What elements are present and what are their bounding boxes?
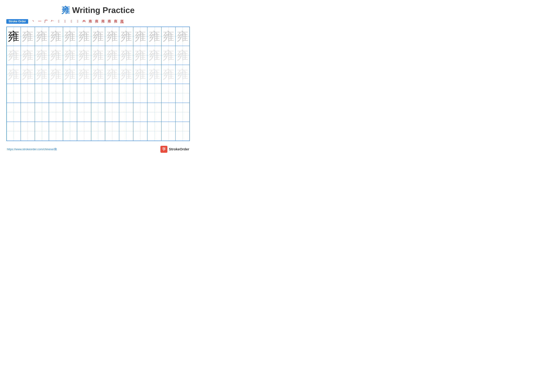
logo-text: StrokeOrder — [169, 147, 189, 151]
grid-cell-r1c12[interactable]: 雍 — [161, 27, 175, 46]
grid-cell-r4c8[interactable] — [105, 84, 119, 103]
char-r2c11: 雍 — [149, 50, 160, 61]
grid-cell-r6c4[interactable] — [49, 122, 63, 141]
grid-cell-r3c12[interactable]: 雍 — [161, 65, 175, 84]
grid-cell-r3c3[interactable]: 雍 — [35, 65, 49, 84]
grid-cell-r1c7[interactable]: 雍 — [91, 27, 105, 46]
char-r3c12: 雍 — [163, 69, 174, 80]
grid-cell-r4c12[interactable] — [161, 84, 175, 103]
char-r2c12: 雍 — [163, 50, 174, 61]
grid-cell-r3c13[interactable]: 雍 — [175, 65, 190, 84]
grid-cell-r5c13[interactable] — [175, 103, 190, 122]
grid-cell-r3c11[interactable]: 雍 — [147, 65, 161, 84]
grid-cell-r4c5[interactable] — [63, 84, 77, 103]
grid-cell-r5c1[interactable] — [7, 103, 21, 122]
grid-cell-r6c8[interactable] — [105, 122, 119, 141]
grid-cell-r5c10[interactable] — [133, 103, 147, 122]
grid-cell-r1c1[interactable]: 雍 — [7, 27, 21, 46]
grid-cell-r4c4[interactable] — [49, 84, 63, 103]
grid-cell-r2c9[interactable]: 雍 — [119, 46, 133, 65]
grid-cell-r1c5[interactable]: 雍 — [63, 27, 77, 46]
grid-cell-r6c5[interactable] — [63, 122, 77, 141]
grid-cell-r1c3[interactable]: 雍 — [35, 27, 49, 46]
grid-cell-r1c9[interactable]: 雍 — [119, 27, 133, 46]
char-r3c8: 雍 — [106, 69, 118, 80]
grid-cell-r4c1[interactable] — [7, 84, 21, 103]
grid-cell-r5c8[interactable] — [105, 103, 119, 122]
grid-cell-r4c11[interactable] — [147, 84, 161, 103]
grid-cell-r5c5[interactable] — [63, 103, 77, 122]
grid-cell-r1c10[interactable]: 雍 — [133, 27, 147, 46]
grid-cell-r2c11[interactable]: 雍 — [147, 46, 161, 65]
grid-cell-r3c8[interactable]: 雍 — [105, 65, 119, 84]
grid-cell-r4c2[interactable] — [21, 84, 35, 103]
stroke-step-9: 𡗗 — [81, 19, 87, 23]
grid-cell-r3c1[interactable]: 雍 — [7, 65, 21, 84]
char-r1c11: 雍 — [149, 31, 160, 42]
grid-cell-r6c7[interactable] — [91, 122, 105, 141]
grid-cell-r3c10[interactable]: 雍 — [133, 65, 147, 84]
logo-icon-char: 字 — [162, 147, 166, 152]
grid-cell-r1c8[interactable]: 雍 — [105, 27, 119, 46]
grid-cell-r6c3[interactable] — [35, 122, 49, 141]
grid-cell-r4c13[interactable] — [175, 84, 190, 103]
practice-grid: 雍 雍 雍 雍 雍 雍 雍 雍 雍 雍 雍 雍 雍 雍 雍 雍 雍 雍 雍 雍 … — [6, 27, 190, 141]
grid-cell-r5c12[interactable] — [161, 103, 175, 122]
stroke-step-8: 𠃢 — [75, 19, 81, 23]
grid-cell-r3c9[interactable]: 雍 — [119, 65, 133, 84]
grid-cell-r6c6[interactable] — [77, 122, 91, 141]
grid-cell-r6c11[interactable] — [147, 122, 161, 141]
grid-cell-r3c7[interactable]: 雍 — [91, 65, 105, 84]
grid-cell-r5c3[interactable] — [35, 103, 49, 122]
grid-cell-r6c1[interactable] — [7, 122, 21, 141]
grid-cell-r3c2[interactable]: 雍 — [21, 65, 35, 84]
grid-cell-r2c12[interactable]: 雍 — [161, 46, 175, 65]
grid-cell-r6c10[interactable] — [133, 122, 147, 141]
grid-cell-r6c13[interactable] — [175, 122, 190, 141]
grid-cell-r1c6[interactable]: 雍 — [77, 27, 91, 46]
char-r3c3: 雍 — [36, 69, 47, 80]
grid-cell-r5c11[interactable] — [147, 103, 161, 122]
grid-cell-r5c9[interactable] — [119, 103, 133, 122]
grid-cell-r5c7[interactable] — [91, 103, 105, 122]
grid-cell-r5c6[interactable] — [77, 103, 91, 122]
char-r1c13: 雍 — [177, 31, 188, 42]
grid-cell-r2c10[interactable]: 雍 — [133, 46, 147, 65]
grid-cell-r5c4[interactable] — [49, 103, 63, 122]
grid-cell-r1c4[interactable]: 雍 — [49, 27, 63, 46]
grid-cell-r4c6[interactable] — [77, 84, 91, 103]
grid-cell-r5c2[interactable] — [21, 103, 35, 122]
grid-cell-r2c6[interactable]: 雍 — [77, 46, 91, 65]
grid-cell-r2c1[interactable]: 雍 — [7, 46, 21, 65]
grid-cell-r2c2[interactable]: 雍 — [21, 46, 35, 65]
stroke-step-3: 广 — [43, 19, 49, 24]
grid-cell-r4c10[interactable] — [133, 84, 147, 103]
grid-cell-r1c13[interactable]: 雍 — [175, 27, 190, 46]
char-r1c12: 雍 — [163, 31, 174, 42]
grid-cell-r2c13[interactable]: 雍 — [175, 46, 190, 65]
footer-url[interactable]: https://www.strokeorder.com/chinese/雍 — [7, 147, 57, 151]
grid-cell-r3c6[interactable]: 雍 — [77, 65, 91, 84]
grid-cell-r1c2[interactable]: 雍 — [21, 27, 35, 46]
stroke-step-1: 丶 — [30, 19, 37, 24]
grid-cell-r4c7[interactable] — [91, 84, 105, 103]
char-r3c6: 雍 — [78, 69, 90, 80]
grid-cell-r3c5[interactable]: 雍 — [63, 65, 77, 84]
stroke-step-10: 雍 — [87, 19, 93, 24]
grid-cell-r2c4[interactable]: 雍 — [49, 46, 63, 65]
stroke-steps: 丶 一 广 𠂉 𠃟 𠃠 𠃡 𠃢 𡗗 雍 雍 雍 雍 雍 雍 — [30, 19, 125, 24]
logo-icon: 字 — [161, 146, 167, 153]
grid-cell-r2c5[interactable]: 雍 — [63, 46, 77, 65]
grid-cell-r2c7[interactable]: 雍 — [91, 46, 105, 65]
grid-cell-r6c12[interactable] — [161, 122, 175, 141]
grid-cell-r3c4[interactable]: 雍 — [49, 65, 63, 84]
grid-cell-r2c8[interactable]: 雍 — [105, 46, 119, 65]
stroke-step-7: 𠃡 — [68, 19, 74, 23]
grid-cell-r6c2[interactable] — [21, 122, 35, 141]
grid-cell-r4c3[interactable] — [35, 84, 49, 103]
grid-cell-r4c9[interactable] — [119, 84, 133, 103]
grid-cell-r1c11[interactable]: 雍 — [147, 27, 161, 46]
grid-cell-r2c3[interactable]: 雍 — [35, 46, 49, 65]
grid-cell-r6c9[interactable] — [119, 122, 133, 141]
char-r2c8: 雍 — [106, 50, 118, 61]
